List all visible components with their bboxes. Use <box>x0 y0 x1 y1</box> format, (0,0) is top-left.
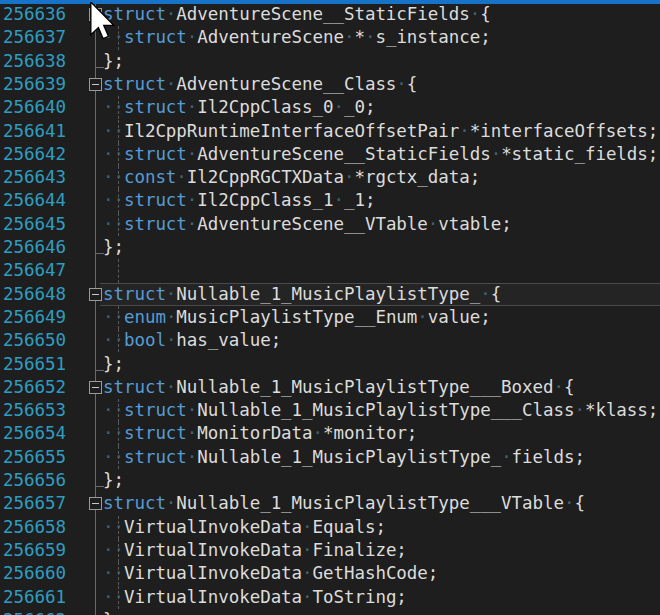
code-line-text[interactable]: ··VirtualInvokeData·GetHashCode; <box>103 562 438 585</box>
line-number[interactable]: 256659 <box>3 539 66 562</box>
line-number[interactable]: 256660 <box>3 562 66 585</box>
code-line-text[interactable]: ··struct·AdventureScene__StaticFields·*s… <box>103 143 658 166</box>
line-number[interactable]: 256650 <box>3 329 66 352</box>
code-line-text[interactable]: struct·AdventureScene__Class·{ <box>103 73 417 96</box>
code-line-text[interactable]: struct·Nullable_1_MusicPlaylistType___Bo… <box>103 376 574 399</box>
fold-collapse-toggle-icon[interactable] <box>89 497 102 510</box>
line-number[interactable]: 256644 <box>3 189 66 212</box>
line-number[interactable]: 256645 <box>3 213 66 236</box>
line-number[interactable]: 256641 <box>3 120 66 143</box>
whitespace-dot: · <box>491 144 501 164</box>
code-line-text[interactable]: ··VirtualInvokeData·ToString; <box>103 586 407 609</box>
whitespace-dot: · <box>113 423 123 443</box>
line-number[interactable]: 256657 <box>3 492 66 515</box>
whitespace-dot: · <box>344 27 354 47</box>
code-line-text[interactable]: ··enum·MusicPlaylistType__Enum·value; <box>103 306 491 329</box>
whitespace-dot: · <box>103 517 113 537</box>
code-line-text[interactable]: ··struct·AdventureScene·*·s_instance; <box>103 26 491 49</box>
indent-guide <box>118 259 119 282</box>
code-line-text[interactable]: ··struct·Nullable_1_MusicPlaylistType_·f… <box>103 446 585 469</box>
code-line-row: 256645··struct·AdventureScene__VTable·vt… <box>0 213 660 236</box>
line-number[interactable]: 256662 <box>3 609 66 615</box>
code-line-text[interactable]: }; <box>103 469 124 492</box>
editor-surface[interactable]: 256636struct·AdventureScene__StaticField… <box>0 0 660 615</box>
code-line-text[interactable]: ··struct·Il2CppClass_0·_0; <box>103 96 375 119</box>
whitespace-dot: · <box>313 423 323 443</box>
line-number[interactable]: 256661 <box>3 586 66 609</box>
line-number[interactable]: 256654 <box>3 422 66 445</box>
line-number[interactable]: 256652 <box>3 376 66 399</box>
code-line-text[interactable]: }; <box>103 609 124 615</box>
whitespace-dot: · <box>113 517 123 537</box>
line-number[interactable]: 256658 <box>3 516 66 539</box>
code-line-text[interactable]: ··VirtualInvokeData·Equals; <box>103 516 386 539</box>
code-editor-window: { "editor": { "tab_indicator_color": "#1… <box>0 0 660 615</box>
whitespace-dot: · <box>187 447 197 467</box>
code-line-row: 256661··VirtualInvokeData·ToString; <box>0 586 660 609</box>
whitespace-dot: · <box>103 307 113 327</box>
code-line-row: 256647 <box>0 259 660 282</box>
whitespace-dot: · <box>166 307 176 327</box>
whitespace-dot: · <box>187 97 197 117</box>
code-line-row: 256642··struct·AdventureScene__StaticFie… <box>0 143 660 166</box>
code-line-text[interactable]: ··struct·AdventureScene__VTable·vtable; <box>103 213 512 236</box>
code-line-row: 256651}; <box>0 353 660 376</box>
whitespace-dot: · <box>187 190 197 210</box>
line-number[interactable]: 256656 <box>3 469 66 492</box>
whitespace-dot: · <box>103 214 113 234</box>
whitespace-dot: · <box>166 377 176 397</box>
code-line-text[interactable]: ··const·Il2CppRGCTXData·*rgctx_data; <box>103 166 480 189</box>
line-number[interactable]: 256636 <box>3 3 66 26</box>
fold-collapse-toggle-icon[interactable] <box>89 78 102 91</box>
whitespace-dot: · <box>113 144 123 164</box>
whitespace-dot: · <box>103 144 113 164</box>
line-number[interactable]: 256651 <box>3 353 66 376</box>
whitespace-dot: · <box>103 330 113 350</box>
code-line-text[interactable]: ··VirtualInvokeData·Finalize; <box>103 539 407 562</box>
code-line-text[interactable]: ··Il2CppRuntimeInterfaceOffsetPair·*inte… <box>103 120 658 143</box>
line-number[interactable]: 256649 <box>3 306 66 329</box>
code-line-text[interactable]: struct·AdventureScene__StaticFields·{ <box>103 3 491 26</box>
code-line-text[interactable]: struct·Nullable_1_MusicPlaylistType___VT… <box>103 492 585 515</box>
code-line-text[interactable]: ··struct·MonitorData·*monitor; <box>103 422 417 445</box>
whitespace-dot: · <box>334 97 344 117</box>
whitespace-dot: · <box>113 97 123 117</box>
whitespace-dot: · <box>103 423 113 443</box>
code-line-row: 256646}; <box>0 236 660 259</box>
code-line-text[interactable]: }; <box>103 50 124 73</box>
fold-collapse-toggle-icon[interactable] <box>89 381 102 394</box>
code-line-text[interactable]: ··bool·has_value; <box>103 329 281 352</box>
whitespace-dot: · <box>302 517 312 537</box>
code-line-text[interactable]: struct·Nullable_1_MusicPlaylistType_·{ <box>103 283 501 306</box>
whitespace-dot: · <box>302 563 312 583</box>
line-number[interactable]: 256638 <box>3 50 66 73</box>
code-line-text[interactable]: }; <box>103 353 124 376</box>
line-number[interactable]: 256639 <box>3 73 66 96</box>
whitespace-dot: · <box>334 190 344 210</box>
line-number[interactable]: 256653 <box>3 399 66 422</box>
line-number[interactable]: 256640 <box>3 96 66 119</box>
code-line-text[interactable]: ··struct·Nullable_1_MusicPlaylistType___… <box>103 399 658 422</box>
line-number[interactable]: 256637 <box>3 26 66 49</box>
code-line-row: 256662}; <box>0 609 660 615</box>
line-number[interactable]: 256647 <box>3 259 66 282</box>
whitespace-dot: · <box>113 330 123 350</box>
code-line-text[interactable]: ··struct·Il2CppClass_1·_1; <box>103 189 375 212</box>
whitespace-dot: · <box>103 400 113 420</box>
active-tab-indicator-bar <box>0 0 660 4</box>
fold-collapse-toggle-icon[interactable] <box>89 288 102 301</box>
whitespace-dot: · <box>166 4 176 24</box>
outline-margin-line <box>95 4 96 615</box>
fold-collapse-toggle-icon[interactable] <box>89 8 102 21</box>
code-line-row: 256658··VirtualInvokeData·Equals; <box>0 516 660 539</box>
line-number[interactable]: 256646 <box>3 236 66 259</box>
line-number[interactable]: 256648 <box>3 283 66 306</box>
line-number[interactable]: 256643 <box>3 166 66 189</box>
code-line-text[interactable]: }; <box>103 236 124 259</box>
code-line-row: 256644··struct·Il2CppClass_1·_1; <box>0 189 660 212</box>
whitespace-dot: · <box>501 447 511 467</box>
line-number[interactable]: 256655 <box>3 446 66 469</box>
line-number[interactable]: 256642 <box>3 143 66 166</box>
whitespace-dot: · <box>187 144 197 164</box>
whitespace-dot: · <box>103 167 113 187</box>
